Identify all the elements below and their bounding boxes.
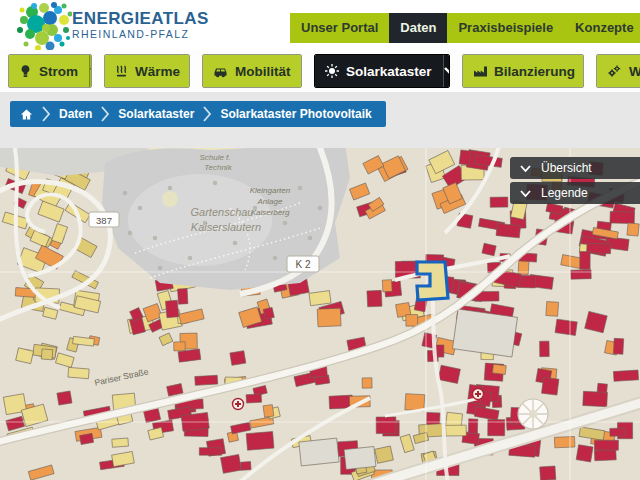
category-button-bilanzierung[interactable]: Bilanzierung [462,54,584,88]
nav-item-konzepte[interactable]: Konzepte [564,13,640,43]
category-button-strom[interactable]: Strom [8,54,92,88]
pharmacy-marker-icon [233,399,244,410]
main-nav: Unser Portal Daten Praxisbeispiele Konze… [290,13,640,43]
svg-text:Schule f.: Schule f. [199,153,230,162]
nav-item-daten[interactable]: Daten [389,13,447,43]
sun-icon [325,64,339,78]
uebersicht-panel-button[interactable]: Übersicht [510,157,640,179]
svg-text:387: 387 [96,215,112,226]
breadcrumb-item-daten[interactable]: Daten [59,107,92,121]
map-canvas[interactable]: K 2 387 Schule f. Technik Kleingarten An… [0,148,640,480]
heat-icon [115,64,128,78]
category-button-mobilitaet[interactable]: Mobilität [202,54,302,88]
chevron-down-icon [520,165,531,172]
breadcrumb-separator-icon [203,106,211,122]
panel-button-label: Legende [541,186,588,200]
road-badge-k2: K 2 [287,256,319,272]
category-label: Wasserstoff [629,64,640,79]
breadcrumb: Daten Solarkataster Solarkataster Photov… [10,101,386,127]
category-label: Mobilität [235,64,291,79]
panel-button-label: Übersicht [541,161,592,175]
breadcrumb-item-solarkataster[interactable]: Solarkataster [118,107,194,121]
pharmacy-marker-icon [473,389,484,400]
category-button-waerme[interactable]: Wärme [104,54,190,88]
category-button-wasserstoff[interactable]: Wasserstoff [596,54,640,88]
gears-icon [607,64,622,78]
category-label: Wärme [135,64,180,79]
svg-text:Technik: Technik [204,163,232,172]
logo-subtitle: RHEINLAND-PFALZ [72,28,209,41]
nav-item-unser-portal[interactable]: Unser Portal [290,13,389,43]
chevron-down-icon [520,190,531,197]
plaza-circle [518,399,548,429]
legende-panel-button[interactable]: Legende [510,182,640,204]
breadcrumb-item-solarkataster-photovoltaik[interactable]: Solarkataster Photovoltaik [220,107,371,121]
category-bar: Strom Wärme Mobilität Solarkataster [0,50,640,92]
factory-icon [473,64,487,78]
car-icon [213,64,228,78]
nav-item-praxisbeispiele[interactable]: Praxisbeispiele [447,13,564,43]
breadcrumb-separator-icon [101,106,109,122]
chevron-down-icon[interactable] [443,55,450,87]
logo-title: ENERGIEATLAS [72,9,209,28]
park-clearing [162,191,178,207]
svg-text:Kaiserslautern: Kaiserslautern [191,221,261,233]
nav-item-label: Daten [400,20,436,35]
logo-text: ENERGIEATLAS RHEINLAND-PFALZ [72,9,209,41]
breadcrumb-zone: Daten Solarkataster Solarkataster Photov… [0,92,640,148]
svg-text:Kleingarten: Kleingarten [250,186,291,195]
chevron-down-icon[interactable] [302,55,303,87]
category-button-solarkataster[interactable]: Solarkataster [314,54,450,88]
breadcrumb-separator-icon [42,106,50,122]
header: ENERGIEATLAS RHEINLAND-PFALZ Unser Porta… [0,0,640,50]
svg-text:Gartenschau: Gartenschau [191,206,254,218]
svg-text:Kaiserberg: Kaiserberg [251,208,290,217]
category-label: Solarkataster [346,64,432,79]
chevron-down-icon[interactable] [89,55,92,87]
lightbulb-icon [19,64,32,78]
energieatlas-page: ENERGIEATLAS RHEINLAND-PFALZ Unser Porta… [0,0,640,480]
home-icon[interactable] [20,108,33,121]
energieatlas-logo-icon [6,0,72,50]
category-label: Strom [39,64,78,79]
svg-text:Anlage: Anlage [257,197,283,206]
category-label: Bilanzierung [494,64,575,79]
road-badge-387: 387 [89,212,119,227]
svg-text:K 2: K 2 [295,259,310,270]
